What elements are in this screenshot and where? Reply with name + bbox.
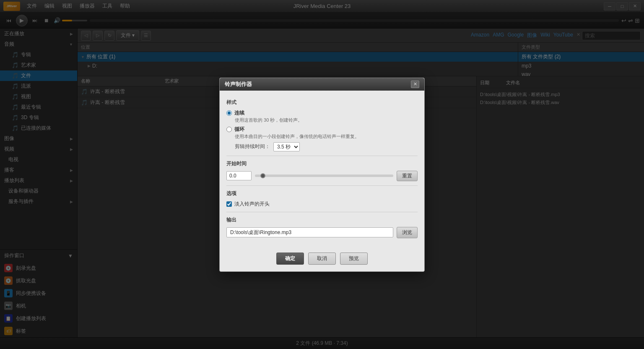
cancel-button[interactable]: 取消 (308, 253, 336, 265)
loop-desc: 使用本曲目的一小段创建铃声，像传统的电话铃声一样重复。 (235, 133, 418, 140)
dialog-footer: 确定 取消 预览 (220, 248, 424, 271)
start-time-row: 重置 (226, 171, 418, 181)
continuous-radio[interactable] (226, 110, 232, 116)
dialog-body: 样式 连续 使用这首歌的 30 秒，创建铃声。 循环 使用本曲目的一小段创建铃声… (220, 91, 424, 248)
time-slider-thumb (260, 173, 265, 178)
options-area: 选项 淡入铃声的开头 (226, 190, 418, 208)
fade-in-item: 淡入铃声的开头 (226, 201, 418, 208)
modal-overlay: 铃声制作器 ✕ 样式 连续 使用这首歌的 30 秒，创建铃声。 循环 (0, 0, 644, 349)
ok-button[interactable]: 确定 (276, 253, 304, 265)
preview-button[interactable]: 预览 (340, 253, 368, 265)
start-time-input[interactable] (226, 171, 252, 180)
separator-3 (226, 212, 418, 212)
loop-duration-select[interactable]: 3.5 秒 5 秒 10 秒 (273, 142, 300, 151)
separator-1 (226, 156, 418, 156)
output-label: 输出 (226, 216, 418, 224)
options-label: 选项 (226, 190, 418, 197)
fade-in-checkbox[interactable] (226, 201, 232, 207)
dialog-title-bar: 铃声制作器 ✕ (220, 78, 424, 91)
loop-duration-label: 剪辑持续时间： (235, 143, 270, 150)
start-time-area: 开始时间 重置 (226, 160, 418, 181)
continuous-desc: 使用这首歌的 30 秒，创建铃声。 (235, 117, 418, 123)
continuous-label: 连续 (234, 109, 244, 117)
loop-radio-item: 循环 (226, 126, 418, 133)
style-section-label: 样式 (226, 99, 418, 106)
fade-in-label: 淡入铃声的开头 (234, 201, 270, 208)
loop-radio[interactable] (226, 127, 232, 132)
output-row: 浏览 (226, 227, 418, 238)
dialog-title: 铃声制作器 (225, 81, 252, 88)
time-slider[interactable] (255, 174, 393, 177)
separator-2 (226, 185, 418, 186)
dialog-close-button[interactable]: ✕ (411, 81, 419, 88)
loop-label: 循环 (234, 126, 244, 133)
browse-button[interactable]: 浏览 (397, 227, 418, 238)
reset-button[interactable]: 重置 (397, 171, 418, 181)
continuous-option: 连续 使用这首歌的 30 秒，创建铃声。 (226, 109, 418, 123)
output-area: 输出 浏览 (226, 216, 418, 238)
style-radio-group: 连续 使用这首歌的 30 秒，创建铃声。 循环 使用本曲目的一小段创建铃声，像传… (226, 109, 418, 151)
ringtone-dialog: 铃声制作器 ✕ 样式 连续 使用这首歌的 30 秒，创建铃声。 循环 (219, 78, 425, 272)
loop-duration-area: 剪辑持续时间： 3.5 秒 5 秒 10 秒 (235, 142, 418, 151)
start-time-label: 开始时间 (226, 160, 418, 167)
output-path-input[interactable] (226, 227, 393, 237)
continuous-radio-item: 连续 (226, 109, 418, 117)
loop-option: 循环 使用本曲目的一小段创建铃声，像传统的电话铃声一样重复。 剪辑持续时间： 3… (226, 126, 418, 151)
